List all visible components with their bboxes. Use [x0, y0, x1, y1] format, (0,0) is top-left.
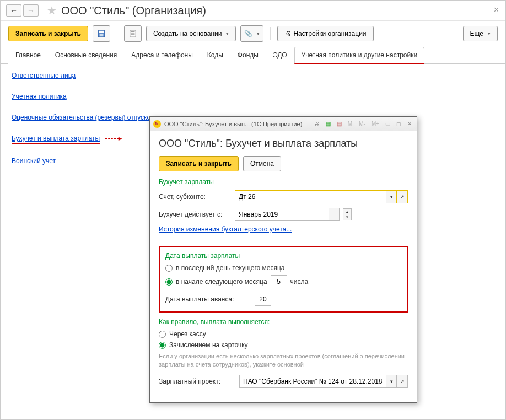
- tab-edo[interactable]: ЭДО: [266, 47, 294, 64]
- dialog-titlebar-text: ООО "Стиль": Бухучет и вып... (1С:Предпр…: [164, 121, 313, 127]
- effective-spinner[interactable]: ▴▾: [343, 208, 352, 220]
- dialog-maximize-icon[interactable]: ◻: [395, 120, 402, 128]
- calendar-icon[interactable]: ▤: [335, 120, 343, 128]
- svg-rect-1: [99, 31, 104, 33]
- floppy-icon: [98, 30, 105, 37]
- paperclip-icon: 📎: [244, 30, 252, 37]
- account-input[interactable]: [235, 190, 386, 203]
- app-1c-icon: 1c: [153, 120, 161, 128]
- printer-icon: 🖨: [284, 30, 291, 37]
- payroll-dialog: 1c ООО "Стиль": Бухучет и вып... (1С:Пре…: [149, 116, 417, 403]
- dialog-save-close-button[interactable]: Записать и закрыть: [159, 156, 239, 171]
- more-button[interactable]: Еще: [463, 26, 498, 41]
- create-based-button[interactable]: Создать на основании: [146, 26, 236, 41]
- radio-cash[interactable]: Через кассу: [159, 330, 408, 338]
- section-buh-heading: Бухучет зарплаты: [159, 178, 408, 186]
- section-paydate-heading: Дата выплаты зарплаты: [165, 252, 401, 260]
- tab-funds[interactable]: Фонды: [230, 47, 266, 64]
- section-method-heading: Как правило, выплата выполняется:: [159, 318, 408, 326]
- document-icon: [130, 30, 136, 37]
- project-open-button[interactable]: ↗: [397, 375, 408, 388]
- link-policy[interactable]: Учетная политика: [12, 93, 67, 100]
- org-settings-button[interactable]: 🖨 Настройки организации: [277, 26, 373, 41]
- attach-button[interactable]: 📎: [240, 25, 263, 42]
- tab-basic-info[interactable]: Основные сведения: [48, 47, 124, 64]
- print-icon[interactable]: 🖨: [313, 120, 321, 128]
- radio-last-day[interactable]: в последний день текущего месяца: [165, 264, 401, 272]
- save-close-button[interactable]: Записать и закрыть: [8, 26, 88, 41]
- m-plus-icon[interactable]: M+: [370, 120, 380, 128]
- page-title: ООО "Стиль" (Организация): [61, 4, 206, 17]
- tab-main[interactable]: Главное: [8, 47, 48, 64]
- radio-card[interactable]: Зачислением на карточку: [159, 341, 408, 349]
- dialog-heading: ООО "Стиль": Бухучет и выплата зарплаты: [159, 138, 408, 149]
- dialog-close-icon[interactable]: ✕: [406, 120, 413, 128]
- radio-next-month[interactable]: в начале следующего месяца числа: [165, 275, 401, 288]
- project-label: Зарплатный проект:: [159, 378, 236, 385]
- project-note: Если у организации есть несколько зарпла…: [159, 352, 408, 369]
- account-dropdown-button[interactable]: ▾: [386, 190, 397, 203]
- close-icon[interactable]: ×: [494, 5, 499, 15]
- m-icon[interactable]: M: [346, 120, 354, 128]
- effective-input[interactable]: [235, 208, 329, 221]
- calc-icon[interactable]: ▦: [324, 120, 332, 128]
- advance-input[interactable]: [255, 293, 271, 306]
- tab-addresses[interactable]: Адреса и телефоны: [124, 47, 200, 64]
- effective-pick-button[interactable]: …: [329, 208, 340, 221]
- link-military[interactable]: Воинский учет: [12, 157, 56, 165]
- nav-back-button[interactable]: ←: [6, 4, 21, 17]
- save-button[interactable]: [93, 25, 110, 42]
- account-label: Счет, субконто:: [159, 193, 232, 201]
- link-payroll[interactable]: Бухучет и выплата зарплаты: [12, 134, 100, 144]
- tab-codes[interactable]: Коды: [200, 47, 230, 64]
- tab-policy-settings[interactable]: Учетная политика и другие настройки: [294, 47, 425, 64]
- dialog-cancel-button[interactable]: Отмена: [243, 156, 281, 171]
- favorite-star-icon[interactable]: ★: [47, 4, 57, 17]
- day-number-input[interactable]: [271, 275, 287, 288]
- link-reserves[interactable]: Оценочные обязательства (резервы) отпуск…: [12, 114, 154, 121]
- m-minus-icon[interactable]: M-: [357, 120, 367, 128]
- nav-forward-button[interactable]: →: [23, 4, 39, 17]
- history-link[interactable]: История изменения бухгалтерского учета..…: [159, 225, 292, 233]
- effective-label: Бухучет действует с:: [159, 211, 232, 218]
- svg-rect-2: [99, 34, 103, 36]
- advance-label: Дата выплаты аванса:: [165, 295, 251, 303]
- link-responsible[interactable]: Ответственные лица: [12, 72, 76, 79]
- project-dropdown-button[interactable]: ▾: [386, 375, 397, 388]
- project-input[interactable]: [239, 375, 386, 388]
- dialog-minimize-icon[interactable]: ▭: [384, 120, 391, 128]
- account-open-button[interactable]: ↗: [397, 190, 408, 203]
- annotation-arrow: - - - - -▸: [105, 134, 121, 142]
- list-button[interactable]: [124, 25, 142, 42]
- svg-rect-3: [130, 30, 136, 37]
